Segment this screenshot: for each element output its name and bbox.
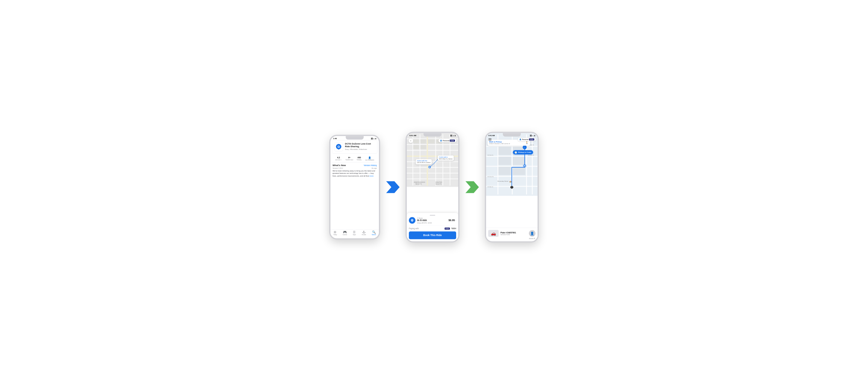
whats-new-title: What's New (333, 164, 346, 166)
booking-panel: 2 Seats In 6 min Drop-off ETA: 10:03 $6.… (407, 213, 458, 241)
search-icon: 🔍 (372, 230, 376, 233)
menu-button[interactable] (488, 137, 492, 142)
svg-text:HEIGHTS: HEIGHTS (415, 183, 422, 185)
svg-text:W 23rd St: W 23rd St (528, 154, 534, 156)
tab-today[interactable]: ⊞ Today (334, 230, 337, 235)
svg-rect-50 (513, 167, 525, 175)
battery-2-icon: ▮ (455, 135, 456, 136)
age-value: 4+ (348, 156, 350, 159)
today-icon: ⊞ (334, 230, 336, 233)
booking-info-row: 2 Seats In 6 min Drop-off ETA: 10:03 $6.… (409, 217, 456, 226)
svg-rect-48 (513, 156, 525, 165)
signal-2-icon: ▐▐ (450, 135, 452, 136)
tab-search[interactable]: 🔍 Search (372, 230, 376, 235)
card-number: *8864 (451, 227, 456, 230)
time-1: 1:48 (333, 137, 337, 139)
more-link[interactable]: more (369, 175, 374, 177)
booking-left: 2 Seats In 6 min Drop-off ETA: 10:03 (409, 217, 432, 223)
person-badge-icon: 👤 (440, 139, 442, 142)
tab-apps[interactable]: ☰ Apps (353, 230, 356, 235)
app-title: DCTA GoZone Low-Cost Ride-Sharing. (345, 143, 375, 148)
ride-icon (409, 217, 415, 223)
status-icons-3: ▐▐ ▲ ▮ (529, 134, 535, 136)
games-icon: 🎮 (343, 230, 347, 233)
arcade-icon: 🕹 (363, 230, 366, 233)
price-value: $6.95 (448, 219, 455, 222)
back-button[interactable]: ‹ (408, 138, 413, 143)
driver-panel: 🚗 Plate #:54057601 Vehicle #183 👤 Jessie… (486, 228, 537, 242)
svg-text:Elementary School: Elementary School (497, 180, 508, 182)
svg-marker-3 (386, 181, 400, 193)
pullup-handle (430, 215, 435, 215)
wifi-3-icon: ▲ (532, 134, 534, 136)
stat-rating: 4.2 ★★★★☆ (335, 156, 342, 161)
tab-today-label: Today (334, 234, 337, 235)
walk-to-bubble: A short walk to609 N Main St, Denton (438, 155, 454, 161)
tab-arcade-label: Arcade (362, 234, 366, 235)
seats-label: 2 Seats (417, 217, 432, 219)
tab-games[interactable]: 🎮 Games (343, 230, 347, 235)
visa-logo-3: VISA (529, 138, 534, 140)
status-icons-1: ▐▐ ▲ ▮ (371, 137, 376, 139)
app-stats: 4.2 ★★★★☆ 4+ Years Old #80 Travel 👤 (332, 155, 377, 162)
whats-new-section: What's New Version History Version 3.26.… (331, 162, 379, 178)
stat-rank: #80 Travel (356, 156, 362, 161)
svg-text:↑: ↑ (524, 146, 525, 148)
via-label: Via Transpo (365, 159, 374, 161)
tab-arcade[interactable]: 🕹 Arcade (362, 230, 366, 235)
phone-2-booking: 9:41 AM ▐▐ ▲ ▮ (406, 132, 460, 242)
personal-badge[interactable]: 👤 Personal VISA (438, 139, 457, 142)
plate-number: Plate #:54057601 (500, 231, 516, 234)
time-2: 9:41 AM (409, 134, 416, 136)
pickup-time-label: Pickup in 4 min (518, 151, 531, 153)
svg-text:W 22nd St: W 22nd St (488, 176, 494, 178)
map-header-3: 👤 Personal VISA (486, 137, 537, 142)
svg-rect-49 (498, 167, 511, 175)
driver-details: Plate #:54057601 Vehicle #183 (500, 231, 516, 236)
phone-notch-1 (346, 136, 364, 139)
svg-text:W 20th St: W 20th St (488, 186, 494, 187)
stat-via: 👤 Via Transpo (365, 156, 374, 161)
driver-avatar-initial: 👤 (530, 231, 534, 235)
svg-rect-64 (510, 186, 513, 188)
status-bar-3: 9:41 AM ▐▐ ▲ ▮ (486, 133, 537, 137)
status-icons-2: ▐▐ ▲ ▮ (450, 135, 456, 136)
book-ride-button[interactable]: Book This Ride (409, 231, 456, 239)
apps-icon: ☰ (353, 230, 355, 233)
wifi-2-icon: ▲ (453, 135, 454, 136)
visa-badge: VISA (445, 227, 450, 229)
whats-new-header: What's New Version History (333, 164, 377, 166)
time-3: 9:41 AM (489, 134, 495, 136)
wifi-icon: ▲ (373, 137, 375, 139)
price-display: $6.95 › (448, 219, 456, 222)
svg-rect-24 (420, 145, 426, 149)
app-subtitle: Easy, Affordable, Rideshare (345, 148, 375, 150)
person-icon: 👤 (368, 156, 371, 159)
svg-marker-34 (465, 181, 479, 193)
arrow-2 (465, 181, 479, 193)
map-view: INDEPENDENCE HEIGHTS GREATER HEIGHTS ‹ 👤… (407, 133, 458, 187)
version-history-link[interactable]: Version History (364, 164, 377, 166)
driver-info-row: 🚗 Plate #:54057601 Vehicle #183 👤 (488, 230, 535, 237)
version-number: Version 3.26.2 (333, 167, 343, 169)
svg-text:INDEPENDENCE: INDEPENDENCE (414, 181, 425, 183)
personal-badge-3[interactable]: 👤 Personal VISA (518, 137, 536, 141)
menu-line-1 (489, 138, 492, 138)
arrow-1 (386, 181, 400, 193)
clock-icon: 🕐 (515, 151, 517, 154)
svg-text:GREATER: GREATER (435, 181, 442, 183)
payment-row: Paying with VISA *8864 (409, 227, 456, 230)
walk-from-bubble: A short walk from235 W 24th St, Denton (416, 159, 432, 164)
personal-label: Personal (443, 140, 449, 142)
tab-apps-label: Apps (353, 234, 356, 235)
version-date: 2w ago (371, 167, 377, 169)
walk-sub: Oxford Cleaners | SW corner of (489, 143, 510, 145)
phone-1-appstore: 1:48 ▐▐ ▲ ▮ (329, 135, 380, 239)
svg-rect-45 (498, 147, 511, 155)
tab-bar: ⊞ Today 🎮 Games ☰ Apps 🕹 (331, 229, 379, 239)
rating-value: 4.2 (337, 156, 340, 159)
paying-label: Paying with (409, 227, 419, 230)
ride-details: 2 Seats In 6 min Drop-off ETA: 10:03 (417, 217, 432, 223)
dropoff-label: Drop-off ETA: 10:03 (417, 222, 432, 223)
version-row: Version 3.26.2 2w ago (333, 167, 377, 169)
